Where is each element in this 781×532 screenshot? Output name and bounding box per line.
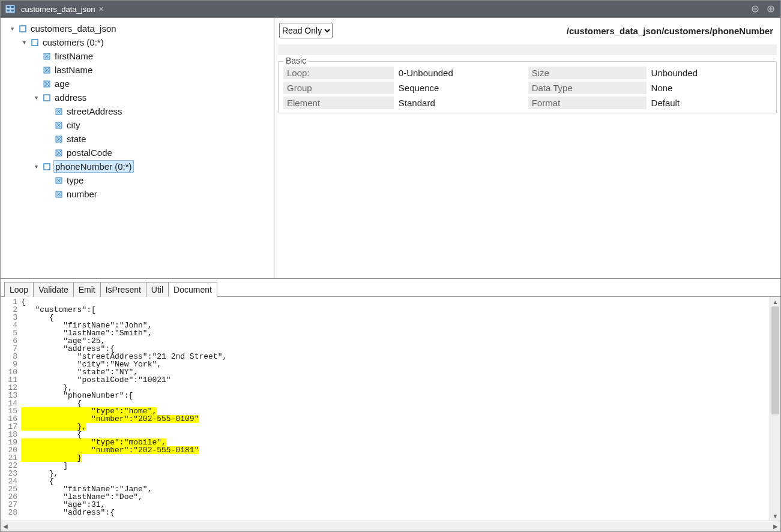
property-value: Unbounded (647, 67, 773, 79)
svg-rect-3 (7, 10, 10, 11)
svg-rect-1 (7, 6, 10, 8)
group-legend: Basic (283, 56, 309, 65)
collapse-arrow-icon[interactable]: ▾ (32, 94, 40, 102)
container-node-icon (43, 94, 51, 102)
scroll-down-button[interactable]: ▼ (770, 511, 780, 521)
schema-tree[interactable]: ▾customers_data_json▾customers (0:*)firs… (1, 18, 274, 278)
property-label: Group (283, 82, 394, 94)
property-value: 0-Unbounded (394, 67, 528, 79)
svg-rect-4 (11, 10, 14, 11)
bottom-tab-emit[interactable]: Emit (73, 282, 101, 297)
bottom-tab-loop[interactable]: Loop (4, 282, 34, 297)
tree-node[interactable]: state (3, 132, 271, 146)
code-line: }, (21, 384, 770, 392)
tree-node[interactable]: firstName (3, 49, 271, 63)
line-number-gutter: 1234567891011121314151617181920212223242… (1, 297, 21, 521)
collapse-arrow-icon[interactable]: ▾ (8, 25, 16, 33)
property-label: Element (283, 97, 394, 109)
tree-node-label: city (65, 119, 82, 131)
code-line: "address":{ (21, 509, 770, 516)
leaf-node-icon (55, 135, 63, 143)
title-bar: customers_data_json × (1, 1, 780, 17)
svg-rect-2 (11, 6, 14, 8)
tree-node-label: customers (0:*) (41, 37, 105, 48)
line-number: 28 (1, 509, 17, 516)
tree-node-label: firstName (53, 50, 94, 62)
code-line: }, (21, 470, 770, 477)
container-node-icon (31, 38, 39, 47)
bottom-tab-validate[interactable]: Validate (33, 282, 74, 297)
tree-node-label: age (53, 78, 71, 89)
vertical-scrollbar[interactable]: ▲ ▼ (770, 297, 780, 521)
svg-rect-11 (32, 40, 38, 46)
tree-node[interactable]: number (3, 187, 271, 201)
leaf-node-icon (55, 107, 63, 116)
code-line: "lastName":"Doe", (21, 493, 770, 501)
editor-tab[interactable]: customers_data_json × (19, 4, 106, 14)
svg-rect-34 (44, 164, 50, 170)
container-node-icon (43, 163, 51, 171)
leaf-node-icon (55, 176, 63, 185)
properties-pane: Read Only /customers_data_json/customers… (274, 18, 780, 278)
bottom-tab-document[interactable]: Document (168, 282, 217, 297)
code-line: "customers":[ (21, 306, 770, 314)
tree-node-label: streetAddress (65, 106, 124, 117)
code-line: ] (21, 462, 770, 470)
properties-toolbar (278, 44, 777, 55)
tree-node[interactable]: age (3, 77, 271, 91)
tree-node[interactable]: ▾customers (0:*) (3, 35, 271, 49)
tree-node-label: phoneNumber (0:*) (53, 160, 134, 173)
code-line: "postalCode":"10021" (21, 376, 770, 384)
tree-node-label: type (65, 175, 85, 186)
leaf-node-icon (55, 190, 63, 199)
tree-node-label: address (53, 92, 88, 103)
property-value: Standard (394, 97, 528, 109)
mode-select[interactable]: Read Only (279, 23, 333, 38)
scroll-up-button[interactable]: ▲ (770, 297, 780, 306)
tree-node[interactable]: streetAddress (3, 104, 271, 118)
code-line: "number":"202-555-0109" (21, 415, 770, 423)
container-node-icon (19, 25, 27, 33)
svg-rect-21 (44, 95, 50, 101)
basic-properties-group: Basic Loop:0-UnboundedSizeUnboundedGroup… (278, 61, 777, 113)
collapse-arrow-icon[interactable]: ▾ (32, 163, 40, 171)
code-line: } (21, 454, 770, 462)
code-line: "age":31, (21, 501, 770, 509)
tree-node-label: postalCode (65, 147, 113, 158)
svg-rect-10 (20, 26, 26, 32)
property-value: Default (647, 97, 773, 109)
scroll-right-button[interactable]: ▶ (771, 523, 780, 530)
bottom-tab-ispresent[interactable]: IsPresent (100, 282, 146, 297)
editor-tab-label: customers_data_json (21, 5, 95, 14)
maximize-icon[interactable] (766, 4, 776, 14)
tree-node[interactable]: city (3, 118, 271, 132)
horizontal-scrollbar[interactable]: ◀ ▶ (1, 521, 780, 531)
collapse-arrow-icon[interactable]: ▾ (20, 38, 28, 47)
breadcrumb-path: /customers_data_json/customers/phoneNumb… (567, 26, 773, 36)
property-value: Sequence (394, 82, 528, 94)
tree-node[interactable]: lastName (3, 63, 271, 77)
document-viewer[interactable]: { "customers":[ { "firstName":"John", "l… (21, 297, 770, 521)
scroll-thumb[interactable] (771, 306, 779, 414)
tree-node[interactable]: type (3, 173, 271, 187)
bottom-tab-util[interactable]: Util (146, 282, 169, 297)
tree-node[interactable]: ▾phoneNumber (0:*) (3, 160, 271, 173)
leaf-node-icon (43, 66, 51, 74)
code-line: "phoneNumber":[ (21, 392, 770, 399)
tab-close-button[interactable]: × (99, 4, 104, 14)
tree-node-label: state (65, 133, 88, 145)
tree-node-label: lastName (53, 64, 94, 76)
bottom-tab-bar: LoopValidateEmitIsPresentUtilDocument (1, 281, 780, 297)
property-label: Format (528, 97, 647, 109)
tree-node[interactable]: postalCode (3, 146, 271, 160)
tree-node-label: number (65, 188, 98, 200)
scroll-left-button[interactable]: ◀ (1, 523, 10, 530)
property-label: Size (528, 67, 647, 79)
app-icon (5, 5, 15, 13)
code-line: "lastName":"Smith", (21, 329, 770, 337)
minimize-icon[interactable] (750, 4, 760, 14)
code-line: }, (21, 423, 770, 431)
tree-node[interactable]: ▾customers_data_json (3, 22, 271, 35)
property-label: Loop: (283, 67, 394, 79)
tree-node[interactable]: ▾address (3, 91, 271, 104)
